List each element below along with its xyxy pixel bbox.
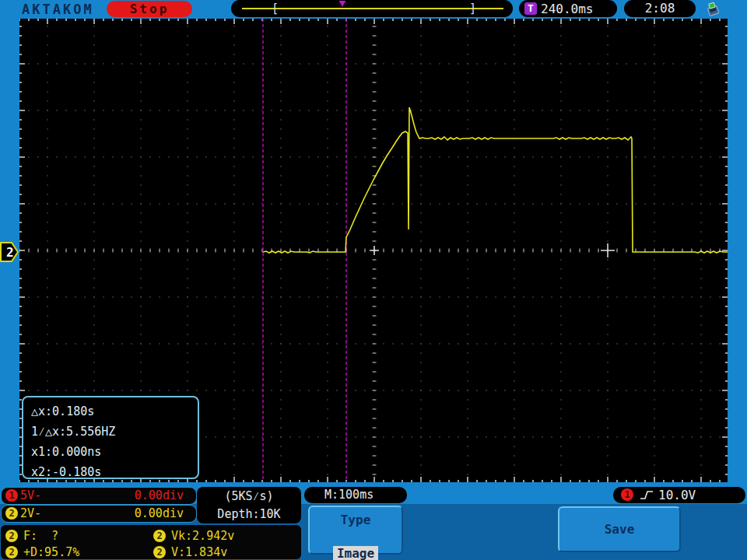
cursor-x1: x1:0.000ns: [31, 442, 198, 462]
record-window-left-bracket: [: [272, 2, 279, 16]
rising-edge-icon: [640, 490, 654, 500]
channel1-badge: 1: [5, 489, 18, 502]
channel2-position-marker: 2: [0, 242, 19, 262]
measurements-panel: 2F: ? 2Vk:2.942v 2+D:95.7% 2V:1.834v: [1, 525, 301, 559]
svg-text:2: 2: [6, 245, 14, 260]
channel2-offset: 0.00div: [135, 507, 184, 520]
channel2-badge: 2: [5, 507, 18, 520]
measure-duty: 2+D:95.7%: [5, 544, 79, 559]
channel1-offset: 0.00div: [135, 489, 184, 502]
type-selected-value[interactable]: Image: [333, 546, 378, 560]
trigger-channel-badge: 1: [621, 488, 633, 501]
record-bar-line: [242, 8, 503, 9]
run-state-badge: Stop: [107, 1, 192, 17]
memory-depth: Depth:10K: [197, 506, 301, 523]
usb-disk-icon: [705, 2, 721, 16]
waveform-display: △x:0.180s 1⁄△x:5.556HZ x1:0.000ns x2:-0.…: [19, 19, 728, 482]
record-position-bar: [ ]: [231, 0, 513, 17]
trigger-time-value: 240.0ms: [541, 2, 593, 16]
measure-frequency: 2F: ?: [5, 527, 58, 543]
measure-vk: 2Vk:2.942v: [153, 527, 234, 543]
cursor-delta-x: △x:0.180s: [31, 401, 198, 422]
cursor-readout-box: △x:0.180s 1⁄△x:5.556HZ x1:0.000ns x2:-0.…: [22, 396, 199, 479]
brand-logo: AKTAKOM: [22, 2, 94, 17]
measure-v: 2V:1.834v: [153, 544, 227, 559]
acquisition-panel: (5KS⁄s) Depth:10K: [197, 487, 301, 523]
save-button[interactable]: Save: [558, 506, 681, 552]
type-label: Type: [310, 513, 402, 527]
cursor-frequency: 1⁄△x:5.556HZ: [31, 422, 198, 442]
sample-rate: (5KS⁄s): [197, 488, 301, 506]
record-window-right-bracket: ]: [469, 2, 476, 16]
measure-ch-badge: 2: [153, 546, 166, 558]
top-status-bar: AKTAKOM Stop [ ] T 240.0ms 2:08: [0, 0, 747, 19]
trigger-level: 10.0V: [658, 488, 696, 502]
trigger-time-pill: T 240.0ms: [519, 0, 617, 17]
trigger-t-icon: T: [524, 2, 537, 15]
measure-ch-badge: 2: [5, 530, 18, 542]
type-menu-button[interactable]: Type Image: [308, 506, 403, 555]
cursor-x2: x2:-0.180s: [31, 462, 198, 482]
measure-ch-badge: 2: [153, 530, 166, 542]
channel2-scale: 2V-: [20, 507, 41, 520]
trigger-status-pill: 1 10.0V: [613, 487, 745, 503]
clock: 2:08: [624, 0, 696, 17]
timebase-pill: M:100ms: [304, 487, 407, 503]
channel1-scale: 5V-: [20, 489, 41, 502]
channel2-status-pill: 2 2V- 0.00div: [1, 505, 197, 523]
channel1-status-pill: 1 5V- 0.00div: [1, 487, 197, 505]
measure-ch-badge: 2: [5, 546, 18, 558]
record-trigger-marker-icon: [338, 1, 346, 8]
